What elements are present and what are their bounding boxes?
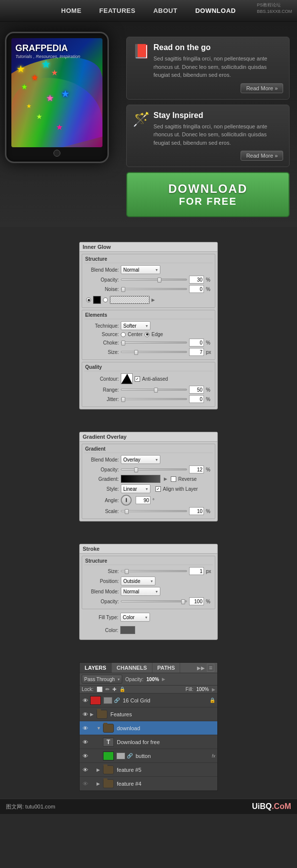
ipad-device: ★ ★ ★ ★ ★ ★ ★ ★ ★ ★ GRAFPEDIA Tutorials … [5, 32, 109, 163]
go-scale-input[interactable] [189, 507, 204, 515]
stroke-blend-mode-dropdown[interactable]: Normal [121, 587, 160, 596]
tab-layers[interactable]: LAYERS [80, 663, 112, 673]
layer-expand-feature5[interactable]: ▶ [97, 767, 101, 772]
layer-folder-thumb-feature4 [103, 779, 114, 788]
go-gradient-preview[interactable] [121, 475, 160, 483]
go-align-checkbox[interactable] [155, 486, 161, 492]
technique-dropdown[interactable]: Softer [121, 321, 150, 330]
layer-visibility-features[interactable]: 👁 [82, 711, 89, 718]
stroke-position-label: Position: [84, 579, 119, 584]
nav-about[interactable]: ABOUT [145, 7, 187, 14]
go-reverse-checkbox[interactable] [171, 476, 176, 482]
lock-position-icon[interactable]: ✚ [112, 687, 116, 692]
nav-features[interactable]: FEATURES [91, 7, 145, 14]
layer-expand-download[interactable]: ▼ [97, 726, 101, 731]
layer-row-download[interactable]: 👁 ▼ download [80, 721, 217, 735]
fill-value[interactable]: 100% [196, 687, 209, 692]
layers-opacity-arrow[interactable]: ▶ [162, 677, 165, 682]
choke-slider[interactable] [121, 342, 187, 344]
go-blend-mode-dropdown[interactable]: Overlay [121, 455, 160, 464]
gradient-preview[interactable] [110, 296, 149, 304]
layer-expand-feature4[interactable]: ▶ [97, 781, 101, 786]
layers-menu-arrows[interactable]: ▶▶ [197, 665, 205, 671]
stroke-opacity-slider[interactable] [121, 600, 187, 602]
stroke-structure-section: Structure Size: px Position: Outside Ble… [82, 556, 215, 609]
lock-transparent-icon[interactable]: ⬜ [97, 687, 102, 692]
layer-visibility-feature4[interactable]: 👁 [82, 780, 89, 787]
go-angle-input[interactable] [136, 496, 150, 504]
layer-row-feature5[interactable]: 👁 ▶ feature #5 [80, 763, 217, 777]
solid-color-radio[interactable] [86, 297, 91, 302]
gradient-radio[interactable] [103, 297, 108, 302]
blend-mode-dropdown[interactable]: Normal [121, 265, 160, 274]
stroke-size-input[interactable] [189, 567, 204, 575]
stroke-blend-mode-label: Blend Mode: [84, 589, 119, 594]
source-center-label: Center [128, 332, 143, 337]
elements-section-title: Elements [84, 312, 213, 319]
read-more-button-1[interactable]: Read More » [241, 83, 283, 93]
nav-download[interactable]: DOWNLOAD [186, 7, 245, 14]
layer-visibility-button[interactable]: 👁 [82, 752, 89, 759]
go-scale-unit: % [206, 509, 213, 514]
layer-name-feature5: feature #5 [115, 767, 215, 773]
fill-type-dropdown[interactable]: Color [120, 613, 150, 622]
tab-paths[interactable]: PATHS [152, 663, 181, 673]
download-button[interactable]: DOWNLOAD FOR FREE [126, 172, 290, 217]
range-slider[interactable] [121, 389, 187, 391]
color-swatch-black[interactable] [93, 296, 101, 304]
layer-row-16-col-grid[interactable]: 👁 🔗 16 Col Grid 🔒 [80, 694, 217, 707]
nav-home[interactable]: HOME [52, 7, 91, 14]
go-scale-slider[interactable] [121, 510, 187, 512]
stroke-position-dropdown[interactable]: Outside [121, 577, 155, 585]
lock-all-icon[interactable]: 🔒 [119, 687, 125, 692]
size-slider[interactable] [121, 351, 187, 353]
go-opacity-label: Opacity: [84, 467, 119, 472]
layer-name-button: button [134, 753, 210, 759]
contour-label: Contour: [84, 376, 119, 382]
layer-visibility-16-col-grid[interactable]: 👁 [82, 697, 89, 704]
jitter-input[interactable] [189, 395, 204, 403]
go-opacity-input[interactable] [189, 465, 204, 473]
go-style-row: Style: Linear Align with Layer [84, 484, 213, 493]
range-input[interactable] [189, 386, 204, 394]
layer-row-button[interactable]: 👁 🔗 button fx [80, 749, 217, 763]
anti-aliased-label: Anti-aliased [142, 376, 168, 382]
opacity-input[interactable] [189, 276, 204, 284]
layer-row-feature4[interactable]: 👁 ▶ feature #4 [80, 777, 217, 791]
jitter-slider[interactable] [121, 398, 187, 400]
layers-opacity-label: Opacity: [125, 677, 144, 682]
go-angle-dial[interactable] [121, 495, 132, 506]
choke-input[interactable] [189, 339, 204, 347]
layers-blend-mode-dropdown[interactable]: Pass Through [82, 675, 122, 684]
opacity-slider[interactable] [121, 279, 187, 281]
fill-arrow[interactable]: ▶ [212, 687, 215, 692]
stroke-size-row: Size: px [84, 567, 213, 575]
lock-image-icon[interactable]: ✏ [105, 687, 109, 692]
stroke-color-swatch[interactable] [120, 626, 135, 634]
source-edge-radio[interactable] [145, 332, 149, 337]
go-opacity-slider[interactable] [121, 468, 187, 470]
layers-panel-options[interactable]: ≡ [207, 664, 214, 672]
color-section: ▶ [84, 294, 213, 305]
stroke-opacity-input[interactable] [189, 597, 204, 605]
range-row: Range: % [84, 386, 213, 394]
go-style-dropdown[interactable]: Linear [121, 484, 150, 493]
noise-input[interactable] [189, 285, 204, 293]
anti-aliased-checkbox[interactable] [135, 376, 140, 382]
contour-thumbnail[interactable] [121, 373, 133, 384]
layer-visibility-download[interactable]: 👁 [82, 725, 89, 732]
download-button-line2: FOR FREE [136, 196, 280, 207]
layer-visibility-feature5[interactable]: 👁 [82, 766, 89, 773]
size-input[interactable] [189, 348, 204, 356]
ipad-screen: ★ ★ ★ ★ ★ ★ ★ ★ ★ ★ GRAFPEDIA Tutorials … [11, 38, 102, 147]
source-center-radio[interactable] [121, 332, 126, 337]
layer-row-features[interactable]: 👁 ▶ Features [80, 707, 217, 721]
layer-visibility-download-text[interactable]: 👁 [82, 739, 89, 746]
layer-expand-features[interactable]: ▶ [90, 712, 95, 717]
layer-row-download-text[interactable]: 👁 T Download for free [80, 735, 217, 749]
stroke-size-slider[interactable] [121, 570, 187, 572]
read-more-button-2[interactable]: Read More » [241, 151, 283, 161]
noise-slider[interactable] [121, 288, 187, 290]
layers-opacity-value[interactable]: 100% [147, 677, 159, 682]
tab-channels[interactable]: CHANNELS [112, 663, 152, 673]
